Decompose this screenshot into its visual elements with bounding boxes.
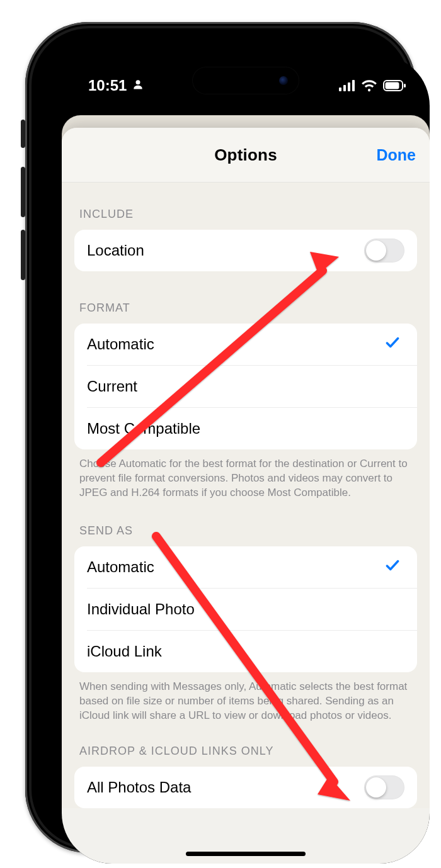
- row-sendas-automatic[interactable]: Automatic: [74, 546, 417, 588]
- status-time: 10:51: [88, 77, 127, 94]
- battery-icon: [383, 80, 406, 91]
- svg-rect-1: [339, 87, 341, 91]
- section-footer-send-as: When sending with Messages only, Automat…: [62, 672, 430, 726]
- svg-rect-3: [348, 82, 350, 91]
- section-header-airdrop: AIRDROP & ICLOUD LINKS ONLY: [62, 726, 430, 764]
- svg-rect-2: [343, 85, 346, 91]
- section-header-include: INCLUDE: [62, 183, 430, 227]
- page-title: Options: [214, 145, 277, 165]
- content-scroll[interactable]: INCLUDE Location FORMAT Automatic: [62, 183, 430, 808]
- row-sendas-individual[interactable]: Individual Photo: [87, 588, 417, 630]
- group-include: Location: [74, 230, 417, 271]
- row-sendas-icloud-link[interactable]: iCloud Link: [87, 630, 417, 672]
- home-indicator[interactable]: [186, 852, 306, 856]
- row-label-all-photos: All Photos Data: [87, 779, 191, 796]
- svg-rect-4: [352, 80, 355, 91]
- profile-icon: [132, 77, 144, 94]
- section-header-send-as: SEND AS: [62, 503, 430, 544]
- phone-mute-switch: [21, 120, 25, 148]
- row-label: iCloud Link: [87, 643, 162, 660]
- svg-point-0: [136, 80, 140, 84]
- row-label: Automatic: [87, 335, 154, 353]
- row-label-location: Location: [87, 242, 144, 259]
- row-label: Most Compatible: [87, 420, 200, 437]
- row-format-most-compatible[interactable]: Most Compatible: [87, 407, 417, 449]
- row-label: Automatic: [87, 558, 154, 576]
- navigation-bar: Options Done: [62, 128, 430, 183]
- cellular-icon: [339, 80, 355, 91]
- done-button[interactable]: Done: [377, 128, 416, 182]
- toggle-all-photos-data[interactable]: [364, 775, 404, 799]
- row-all-photos-data[interactable]: All Photos Data: [74, 767, 417, 808]
- wifi-icon: [361, 79, 377, 92]
- row-format-current[interactable]: Current: [87, 365, 417, 407]
- svg-rect-6: [386, 82, 399, 89]
- phone-volume-down: [21, 230, 25, 280]
- row-format-automatic[interactable]: Automatic: [74, 324, 417, 365]
- checkmark-icon: [384, 334, 401, 354]
- toggle-location[interactable]: [364, 239, 404, 262]
- row-label: Current: [87, 378, 137, 395]
- phone-volume-up: [21, 167, 25, 217]
- dynamic-island: [192, 67, 299, 94]
- checkmark-icon: [384, 557, 401, 577]
- section-header-format: FORMAT: [62, 271, 430, 321]
- row-location[interactable]: Location: [74, 230, 417, 271]
- row-label: Individual Photo: [87, 600, 195, 618]
- phone-frame: 10:51: [25, 22, 416, 853]
- section-footer-format: Choose Automatic for the best format for…: [62, 449, 430, 503]
- group-send-as: Automatic Individual Photo iCloud Link: [74, 546, 417, 672]
- options-sheet: Options Done INCLUDE Location FORMAT: [62, 128, 430, 864]
- svg-rect-7: [404, 84, 406, 87]
- phone-screen: 10:51: [62, 55, 430, 864]
- group-format: Automatic Current Most Compatible: [74, 324, 417, 449]
- group-airdrop: All Photos Data: [74, 767, 417, 808]
